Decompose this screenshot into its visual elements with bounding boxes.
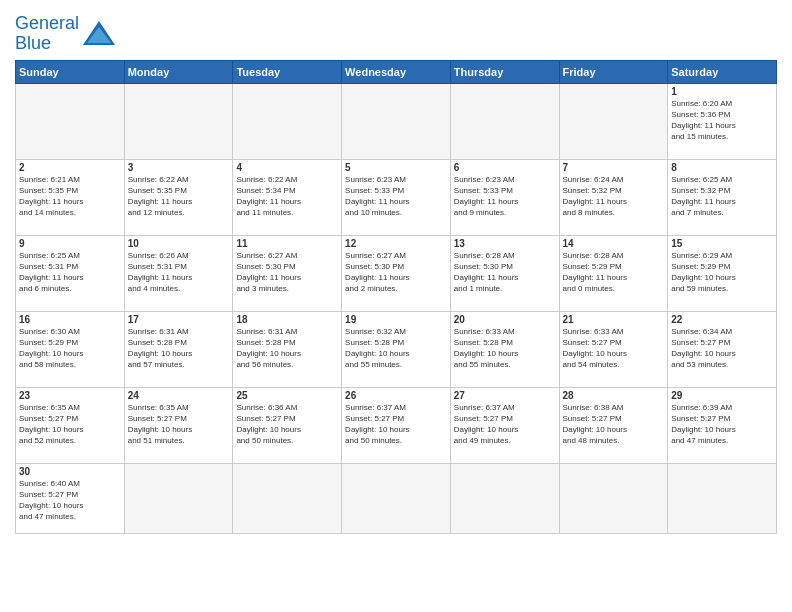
logo-text: General	[15, 14, 79, 34]
calendar-cell: 29Sunrise: 6:39 AM Sunset: 5:27 PM Dayli…	[668, 387, 777, 463]
calendar-cell	[233, 463, 342, 533]
day-number: 18	[236, 314, 338, 325]
day-info: Sunrise: 6:28 AM Sunset: 5:29 PM Dayligh…	[563, 250, 665, 295]
day-number: 17	[128, 314, 230, 325]
day-info: Sunrise: 6:25 AM Sunset: 5:31 PM Dayligh…	[19, 250, 121, 295]
day-number: 4	[236, 162, 338, 173]
day-number: 27	[454, 390, 556, 401]
calendar-cell: 30Sunrise: 6:40 AM Sunset: 5:27 PM Dayli…	[16, 463, 125, 533]
calendar-cell: 14Sunrise: 6:28 AM Sunset: 5:29 PM Dayli…	[559, 235, 668, 311]
calendar-cell: 24Sunrise: 6:35 AM Sunset: 5:27 PM Dayli…	[124, 387, 233, 463]
weekday-header-tuesday: Tuesday	[233, 60, 342, 83]
day-info: Sunrise: 6:36 AM Sunset: 5:27 PM Dayligh…	[236, 402, 338, 447]
day-number: 9	[19, 238, 121, 249]
calendar-cell: 7Sunrise: 6:24 AM Sunset: 5:32 PM Daylig…	[559, 159, 668, 235]
calendar-cell: 10Sunrise: 6:26 AM Sunset: 5:31 PM Dayli…	[124, 235, 233, 311]
day-number: 12	[345, 238, 447, 249]
calendar-cell	[124, 463, 233, 533]
week-row-6: 30Sunrise: 6:40 AM Sunset: 5:27 PM Dayli…	[16, 463, 777, 533]
calendar-cell: 17Sunrise: 6:31 AM Sunset: 5:28 PM Dayli…	[124, 311, 233, 387]
day-info: Sunrise: 6:22 AM Sunset: 5:35 PM Dayligh…	[128, 174, 230, 219]
day-number: 25	[236, 390, 338, 401]
day-info: Sunrise: 6:24 AM Sunset: 5:32 PM Dayligh…	[563, 174, 665, 219]
calendar-cell	[450, 83, 559, 159]
day-number: 26	[345, 390, 447, 401]
day-info: Sunrise: 6:39 AM Sunset: 5:27 PM Dayligh…	[671, 402, 773, 447]
calendar-cell: 12Sunrise: 6:27 AM Sunset: 5:30 PM Dayli…	[342, 235, 451, 311]
day-number: 2	[19, 162, 121, 173]
day-number: 20	[454, 314, 556, 325]
day-number: 11	[236, 238, 338, 249]
day-info: Sunrise: 6:27 AM Sunset: 5:30 PM Dayligh…	[345, 250, 447, 295]
calendar-cell: 26Sunrise: 6:37 AM Sunset: 5:27 PM Dayli…	[342, 387, 451, 463]
calendar-cell	[559, 83, 668, 159]
calendar-cell: 11Sunrise: 6:27 AM Sunset: 5:30 PM Dayli…	[233, 235, 342, 311]
day-info: Sunrise: 6:33 AM Sunset: 5:27 PM Dayligh…	[563, 326, 665, 371]
day-info: Sunrise: 6:33 AM Sunset: 5:28 PM Dayligh…	[454, 326, 556, 371]
calendar-cell: 6Sunrise: 6:23 AM Sunset: 5:33 PM Daylig…	[450, 159, 559, 235]
calendar-cell	[342, 83, 451, 159]
calendar-cell: 8Sunrise: 6:25 AM Sunset: 5:32 PM Daylig…	[668, 159, 777, 235]
day-number: 23	[19, 390, 121, 401]
calendar-cell	[233, 83, 342, 159]
day-info: Sunrise: 6:28 AM Sunset: 5:30 PM Dayligh…	[454, 250, 556, 295]
header: General Blue	[15, 10, 777, 54]
day-number: 8	[671, 162, 773, 173]
calendar-cell: 22Sunrise: 6:34 AM Sunset: 5:27 PM Dayli…	[668, 311, 777, 387]
day-number: 14	[563, 238, 665, 249]
day-info: Sunrise: 6:20 AM Sunset: 5:36 PM Dayligh…	[671, 98, 773, 143]
calendar-cell: 4Sunrise: 6:22 AM Sunset: 5:34 PM Daylig…	[233, 159, 342, 235]
day-info: Sunrise: 6:25 AM Sunset: 5:32 PM Dayligh…	[671, 174, 773, 219]
calendar-cell: 19Sunrise: 6:32 AM Sunset: 5:28 PM Dayli…	[342, 311, 451, 387]
calendar-cell: 15Sunrise: 6:29 AM Sunset: 5:29 PM Dayli…	[668, 235, 777, 311]
day-number: 3	[128, 162, 230, 173]
day-info: Sunrise: 6:23 AM Sunset: 5:33 PM Dayligh…	[345, 174, 447, 219]
calendar-cell: 1Sunrise: 6:20 AM Sunset: 5:36 PM Daylig…	[668, 83, 777, 159]
week-row-4: 16Sunrise: 6:30 AM Sunset: 5:29 PM Dayli…	[16, 311, 777, 387]
day-info: Sunrise: 6:27 AM Sunset: 5:30 PM Dayligh…	[236, 250, 338, 295]
day-number: 6	[454, 162, 556, 173]
calendar-cell	[668, 463, 777, 533]
day-info: Sunrise: 6:40 AM Sunset: 5:27 PM Dayligh…	[19, 478, 121, 523]
calendar-cell	[342, 463, 451, 533]
calendar-cell: 3Sunrise: 6:22 AM Sunset: 5:35 PM Daylig…	[124, 159, 233, 235]
logo-blue: Blue	[15, 34, 79, 54]
day-info: Sunrise: 6:31 AM Sunset: 5:28 PM Dayligh…	[128, 326, 230, 371]
weekday-header-monday: Monday	[124, 60, 233, 83]
day-info: Sunrise: 6:35 AM Sunset: 5:27 PM Dayligh…	[19, 402, 121, 447]
day-number: 10	[128, 238, 230, 249]
day-number: 13	[454, 238, 556, 249]
calendar-cell: 21Sunrise: 6:33 AM Sunset: 5:27 PM Dayli…	[559, 311, 668, 387]
calendar-cell: 18Sunrise: 6:31 AM Sunset: 5:28 PM Dayli…	[233, 311, 342, 387]
day-number: 24	[128, 390, 230, 401]
week-row-5: 23Sunrise: 6:35 AM Sunset: 5:27 PM Dayli…	[16, 387, 777, 463]
day-info: Sunrise: 6:38 AM Sunset: 5:27 PM Dayligh…	[563, 402, 665, 447]
weekday-header-saturday: Saturday	[668, 60, 777, 83]
page: General Blue SundayMondayTuesdayWednesda…	[0, 0, 792, 612]
day-number: 30	[19, 466, 121, 477]
logo-blue-text: Blue	[15, 33, 51, 53]
calendar-cell	[450, 463, 559, 533]
weekday-header-thursday: Thursday	[450, 60, 559, 83]
calendar-cell	[16, 83, 125, 159]
day-info: Sunrise: 6:37 AM Sunset: 5:27 PM Dayligh…	[454, 402, 556, 447]
week-row-3: 9Sunrise: 6:25 AM Sunset: 5:31 PM Daylig…	[16, 235, 777, 311]
week-row-2: 2Sunrise: 6:21 AM Sunset: 5:35 PM Daylig…	[16, 159, 777, 235]
day-info: Sunrise: 6:35 AM Sunset: 5:27 PM Dayligh…	[128, 402, 230, 447]
calendar-cell: 28Sunrise: 6:38 AM Sunset: 5:27 PM Dayli…	[559, 387, 668, 463]
calendar-cell: 20Sunrise: 6:33 AM Sunset: 5:28 PM Dayli…	[450, 311, 559, 387]
day-number: 22	[671, 314, 773, 325]
day-info: Sunrise: 6:21 AM Sunset: 5:35 PM Dayligh…	[19, 174, 121, 219]
calendar-cell: 9Sunrise: 6:25 AM Sunset: 5:31 PM Daylig…	[16, 235, 125, 311]
logo: General Blue	[15, 14, 117, 54]
day-info: Sunrise: 6:30 AM Sunset: 5:29 PM Dayligh…	[19, 326, 121, 371]
weekday-header-wednesday: Wednesday	[342, 60, 451, 83]
calendar-cell: 5Sunrise: 6:23 AM Sunset: 5:33 PM Daylig…	[342, 159, 451, 235]
calendar-cell: 16Sunrise: 6:30 AM Sunset: 5:29 PM Dayli…	[16, 311, 125, 387]
day-info: Sunrise: 6:26 AM Sunset: 5:31 PM Dayligh…	[128, 250, 230, 295]
calendar-cell: 2Sunrise: 6:21 AM Sunset: 5:35 PM Daylig…	[16, 159, 125, 235]
calendar-cell	[559, 463, 668, 533]
weekday-header-sunday: Sunday	[16, 60, 125, 83]
logo-general: General	[15, 13, 79, 33]
day-number: 1	[671, 86, 773, 97]
